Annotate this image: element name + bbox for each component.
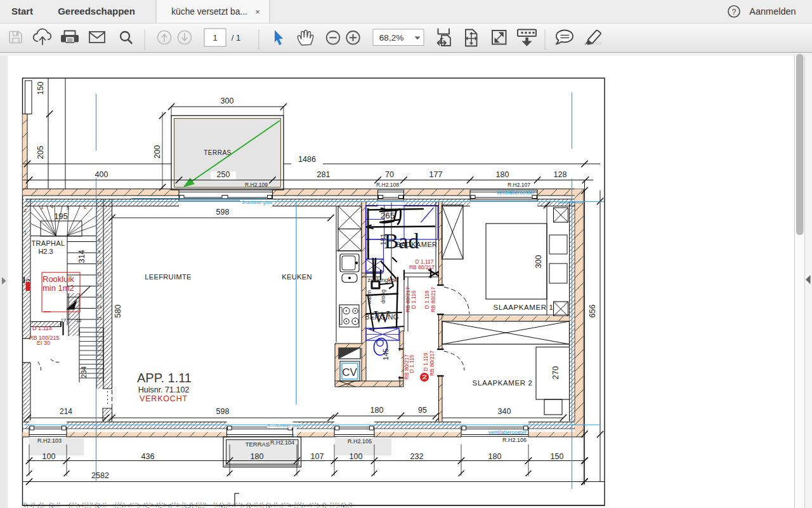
svg-text:181: 181 <box>379 234 387 245</box>
svg-text:Huisnr. 71.102: Huisnr. 71.102 <box>138 385 190 394</box>
svg-text:232: 232 <box>410 452 424 461</box>
svg-text:150: 150 <box>36 82 45 95</box>
svg-text:300: 300 <box>221 97 234 105</box>
svg-text:281: 281 <box>317 170 331 179</box>
svg-text:ventilatierooster: ventilatierooster <box>488 429 527 436</box>
svg-text:6: 6 <box>84 205 86 210</box>
svg-text:580: 580 <box>114 305 122 318</box>
svg-text:180: 180 <box>496 170 509 179</box>
svg-text:100: 100 <box>43 452 56 461</box>
svg-text:12: 12 <box>97 283 102 287</box>
svg-text:5: 5 <box>67 206 69 210</box>
svg-text:zakkingkok: zakkingkok <box>368 276 398 283</box>
svg-text:1: 1 <box>213 33 217 43</box>
svg-text:D 1.114: D 1.114 <box>32 325 52 331</box>
svg-text:R.H2.107: R.H2.107 <box>508 182 530 188</box>
svg-text:4: 4 <box>51 204 53 209</box>
svg-text:3—dubbel glas: 3—dubbel glas <box>267 423 301 429</box>
svg-text:Rookluik: Rookluik <box>43 274 74 284</box>
svg-text:214: 214 <box>60 407 72 416</box>
svg-text:3: 3 <box>41 205 43 210</box>
svg-text:Start: Start <box>11 6 33 17</box>
svg-text:14: 14 <box>97 305 102 309</box>
svg-text:11: 11 <box>97 272 102 276</box>
svg-text:400: 400 <box>95 170 108 179</box>
svg-text:×: × <box>255 7 260 17</box>
svg-text:TERRAS: TERRAS <box>246 441 270 448</box>
svg-text:2: 2 <box>24 208 27 213</box>
svg-text:250: 250 <box>217 170 230 179</box>
svg-text:TERRAS: TERRAS <box>204 149 232 156</box>
svg-text:?: ? <box>732 8 737 17</box>
svg-text:SLAAPKAMER 2: SLAAPKAMER 2 <box>473 379 533 387</box>
svg-text:107: 107 <box>311 452 324 461</box>
svg-text:BADKAMER: BADKAMER <box>396 241 438 248</box>
svg-text:VAN DEN BOSSCHE WONINGBOUW: VAN DEN BOSSCHE WONINGBOUW <box>23 500 353 508</box>
svg-text:1486: 1486 <box>298 155 316 164</box>
svg-text:300: 300 <box>534 255 543 269</box>
svg-text:TRAPHAL: TRAPHAL <box>32 239 65 247</box>
svg-text:min 1m2: min 1m2 <box>43 283 74 293</box>
svg-text:598: 598 <box>216 407 230 416</box>
svg-text:droog: droog <box>380 290 386 304</box>
svg-text:265: 265 <box>381 211 395 220</box>
svg-text:128: 128 <box>554 170 567 179</box>
svg-text:95: 95 <box>418 406 427 415</box>
svg-text:13: 13 <box>97 294 102 298</box>
svg-text:CV: CV <box>342 366 357 378</box>
svg-text:1: 1 <box>24 231 27 235</box>
svg-text:205: 205 <box>36 146 45 159</box>
svg-text:EI 30: EI 30 <box>37 340 50 346</box>
svg-text:598: 598 <box>216 208 230 217</box>
svg-text:APP. 1.11: APP. 1.11 <box>137 371 192 385</box>
svg-text:LEEFRUIMTE: LEEFRUIMTE <box>145 273 192 281</box>
svg-text:ventilatierooster: ventilatierooster <box>497 189 535 196</box>
svg-text:100: 100 <box>350 452 363 461</box>
svg-text:küche versetzt ba...: küche versetzt ba... <box>171 7 247 17</box>
svg-text:10: 10 <box>97 260 102 265</box>
svg-text:RB 80/217: RB 80/217 <box>430 287 436 312</box>
svg-text:VERKOCHT: VERKOCHT <box>140 394 188 403</box>
svg-text:RB 80/217: RB 80/217 <box>409 264 435 271</box>
svg-text:436: 436 <box>141 452 155 461</box>
svg-text:270: 270 <box>551 366 560 380</box>
svg-text:656: 656 <box>588 305 597 318</box>
svg-text:68,2%: 68,2% <box>379 33 403 43</box>
svg-text:180: 180 <box>251 452 264 461</box>
svg-text:/ 1: / 1 <box>232 33 240 43</box>
svg-text:R.H2.106: R.H2.106 <box>502 437 527 443</box>
svg-text:340: 340 <box>498 407 511 416</box>
svg-text:R.H2.104: R.H2.104 <box>270 439 294 446</box>
svg-text:15: 15 <box>97 316 102 321</box>
svg-text:R.H2.109: R.H2.109 <box>245 182 268 188</box>
svg-text:9: 9 <box>98 250 101 254</box>
svg-text:W: W <box>374 307 390 326</box>
svg-text:RB 80/217: RB 80/217 <box>429 351 435 376</box>
svg-text:234: 234 <box>80 366 88 378</box>
svg-text:R.H2.108: R.H2.108 <box>376 182 399 188</box>
svg-text:Gereedschappen: Gereedschappen <box>58 6 135 17</box>
svg-text:D 1.119: D 1.119 <box>422 352 429 371</box>
svg-text:wasm: wasm <box>366 290 372 305</box>
svg-text:150: 150 <box>551 452 564 461</box>
svg-text:70: 70 <box>385 170 394 179</box>
svg-text:H2.3: H2.3 <box>38 248 53 255</box>
svg-text:D 1.116: D 1.116 <box>410 290 417 309</box>
svg-text:180: 180 <box>488 452 502 461</box>
svg-text:KEUKEN: KEUKEN <box>282 273 312 281</box>
svg-text:195: 195 <box>54 211 68 221</box>
svg-text:D 1.115: D 1.115 <box>409 354 415 373</box>
svg-text:SLAAPKAMER 1: SLAAPKAMER 1 <box>494 304 554 311</box>
svg-text:200: 200 <box>153 145 162 159</box>
svg-text:180: 180 <box>370 406 384 415</box>
svg-text:8: 8 <box>98 238 101 243</box>
svg-text:145: 145 <box>382 349 390 360</box>
svg-text:177: 177 <box>429 170 443 179</box>
svg-text:2582: 2582 <box>91 471 109 480</box>
svg-text:Aanmelden: Aanmelden <box>749 6 796 17</box>
svg-text:R.H2.103: R.H2.103 <box>37 438 62 444</box>
svg-text:D 1.118: D 1.118 <box>424 290 430 309</box>
svg-text:314: 314 <box>77 250 86 264</box>
svg-text:R.H2.105: R.H2.105 <box>348 438 372 444</box>
